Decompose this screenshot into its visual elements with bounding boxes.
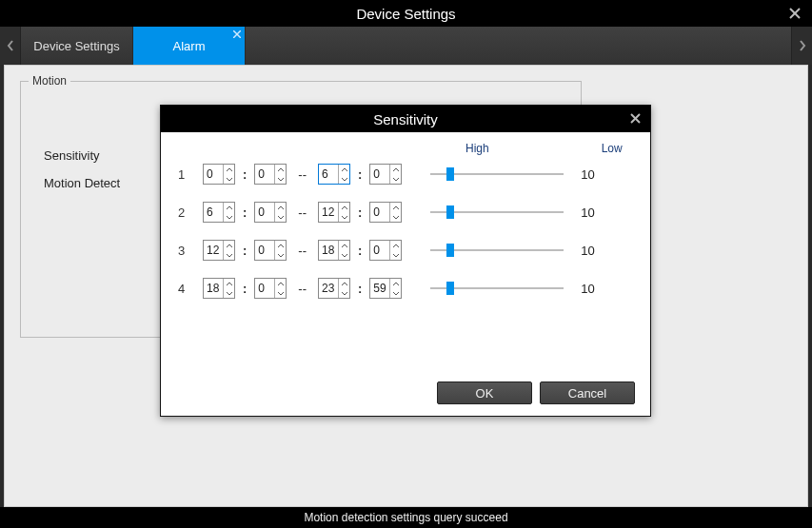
- chevron-down-icon: [341, 177, 348, 182]
- end-minute-stepper[interactable]: 0: [369, 240, 402, 261]
- start-minute-stepper[interactable]: 0: [254, 240, 287, 261]
- tab-scroll-right[interactable]: [791, 27, 812, 65]
- chevron-up-icon: [277, 167, 285, 172]
- start-minute-stepper[interactable]: 0: [254, 164, 287, 185]
- slider-thumb[interactable]: [446, 167, 454, 181]
- start-minute-stepper[interactable]: 0: [254, 202, 287, 223]
- spinner-up[interactable]: [224, 279, 234, 288]
- spinner-down[interactable]: [275, 212, 286, 222]
- spinner-up[interactable]: [339, 241, 349, 250]
- chevron-up-icon: [341, 282, 348, 286]
- time-colon: :: [243, 167, 247, 182]
- spinner-down[interactable]: [390, 288, 401, 298]
- chevron-down-icon: [392, 291, 400, 296]
- spinner-down[interactable]: [390, 250, 401, 260]
- row-number: 1: [178, 167, 191, 182]
- chevron-up-icon: [392, 282, 400, 286]
- spinner-up[interactable]: [390, 241, 401, 250]
- chevron-down-icon: [226, 215, 233, 220]
- end-hour-stepper[interactable]: 23: [318, 278, 350, 299]
- spinner-down[interactable]: [339, 288, 349, 298]
- slider-header-row: High Low: [178, 142, 633, 155]
- spinner-up[interactable]: [275, 203, 286, 212]
- time-colon: :: [358, 282, 362, 296]
- start-hour-stepper[interactable]: 0: [203, 164, 235, 185]
- window-titlebar: Device Settings: [0, 0, 812, 27]
- spinner-down[interactable]: [275, 288, 286, 298]
- end-hour-stepper[interactable]: 12: [318, 202, 350, 223]
- sensitivity-slider[interactable]: [430, 242, 564, 259]
- start-hour-stepper[interactable]: 18: [203, 278, 235, 299]
- motion-sidemenu: Sensitivity Motion Detect: [44, 148, 120, 204]
- tab-close-button[interactable]: [233, 29, 241, 40]
- time-dash: --: [298, 282, 307, 296]
- window-close-button[interactable]: [783, 2, 806, 25]
- spinner-up[interactable]: [224, 241, 234, 250]
- end-minute-stepper[interactable]: 0: [369, 164, 402, 185]
- slider-thumb[interactable]: [446, 282, 454, 295]
- spinner-down[interactable]: [339, 212, 349, 222]
- spinner-down[interactable]: [275, 174, 286, 184]
- spinner-down[interactable]: [224, 288, 234, 298]
- spinner-down[interactable]: [224, 174, 234, 184]
- sensitivity-slider[interactable]: [430, 280, 564, 297]
- start-hour-stepper[interactable]: 12: [203, 240, 235, 261]
- chevron-down-icon: [392, 177, 400, 182]
- slider-thumb[interactable]: [446, 205, 454, 219]
- spinner-value: 6: [204, 205, 223, 219]
- sensitivity-slider[interactable]: [430, 166, 564, 183]
- spinner-up[interactable]: [275, 241, 286, 250]
- spinner-up[interactable]: [275, 165, 286, 174]
- end-minute-stepper[interactable]: 0: [369, 202, 402, 223]
- start-minute-stepper[interactable]: 0: [254, 278, 287, 299]
- menu-sensitivity[interactable]: Sensitivity: [44, 148, 120, 163]
- spinner-buttons: [223, 279, 234, 298]
- chevron-down-icon: [277, 291, 285, 296]
- spinner-buttons: [223, 241, 234, 260]
- spinner-buttons: [274, 165, 286, 184]
- time-colon: :: [358, 205, 362, 220]
- sensitivity-slider[interactable]: [430, 204, 564, 221]
- menu-motion-detect[interactable]: Motion Detect: [44, 176, 120, 190]
- slider-thumb[interactable]: [446, 244, 454, 257]
- time-row-1: 10:0--6:010: [178, 155, 633, 193]
- spinner-up[interactable]: [224, 165, 234, 174]
- spinner-down[interactable]: [390, 174, 401, 184]
- end-minute-stepper[interactable]: 59: [369, 278, 402, 299]
- time-row-4: 418:0--23:5910: [178, 269, 633, 307]
- sensitivity-value: 10: [581, 167, 607, 182]
- spinner-down[interactable]: [224, 212, 234, 222]
- spinner-buttons: [274, 279, 286, 298]
- spinner-up[interactable]: [390, 203, 401, 212]
- chevron-up-icon: [226, 282, 233, 286]
- spinner-up[interactable]: [390, 165, 401, 174]
- spinner-up[interactable]: [275, 279, 286, 288]
- spinner-up[interactable]: [224, 203, 234, 212]
- dialog-titlebar: Sensitivity: [161, 106, 650, 132]
- spinner-down[interactable]: [390, 212, 401, 222]
- spinner-down[interactable]: [339, 250, 349, 260]
- end-hour-stepper[interactable]: 18: [318, 240, 350, 261]
- tab-device-settings[interactable]: Device Settings: [21, 27, 133, 65]
- cancel-button[interactable]: Cancel: [540, 381, 635, 404]
- dialog-close-button[interactable]: [625, 108, 644, 127]
- spinner-up[interactable]: [339, 279, 349, 288]
- spinner-down[interactable]: [224, 250, 234, 260]
- spinner-buttons: [389, 165, 401, 184]
- start-hour-stepper[interactable]: 6: [203, 202, 235, 223]
- spinner-up[interactable]: [339, 203, 349, 212]
- dialog-footer: OK Cancel: [437, 381, 635, 404]
- tab-scroll-left[interactable]: [0, 27, 21, 65]
- spinner-up[interactable]: [339, 165, 349, 174]
- end-hour-stepper[interactable]: 6: [318, 164, 350, 185]
- ok-button[interactable]: OK: [437, 381, 532, 404]
- close-icon: [233, 30, 241, 38]
- spinner-down[interactable]: [275, 250, 286, 260]
- spinner-buttons: [338, 203, 349, 222]
- tab-alarm[interactable]: Alarm: [133, 27, 246, 65]
- spinner-value: 18: [319, 244, 338, 257]
- spinner-down[interactable]: [339, 174, 349, 184]
- spinner-up[interactable]: [390, 279, 401, 288]
- spinner-buttons: [338, 241, 349, 260]
- chevron-down-icon: [341, 215, 348, 220]
